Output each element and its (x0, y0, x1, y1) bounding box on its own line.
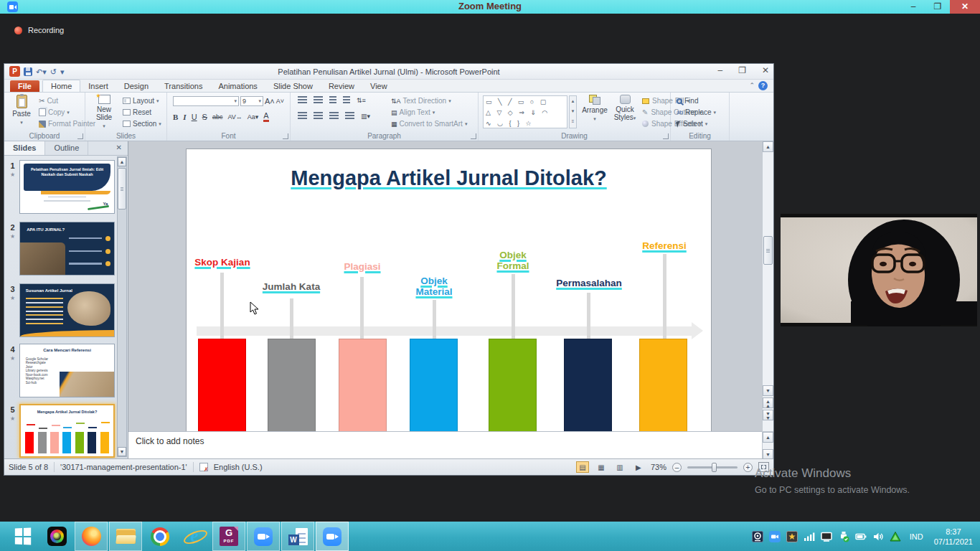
ppt-restore-button[interactable]: ❐ (738, 65, 746, 75)
chart-bar-objek-formal[interactable] (489, 339, 537, 431)
tab-insert[interactable]: Insert (80, 80, 116, 92)
change-case-button[interactable]: Aa▾ (248, 113, 259, 121)
chart-bar-jumlah-kata[interactable] (268, 339, 316, 431)
taskbar-word[interactable]: W (281, 522, 314, 551)
tab-file[interactable]: File (10, 80, 39, 92)
zoom-slider[interactable] (687, 466, 738, 468)
tray-volume-icon[interactable] (872, 530, 885, 542)
tab-slide-show[interactable]: Slide Show (265, 80, 321, 92)
panel-scroll-thumb[interactable] (118, 168, 126, 209)
bullets-icon[interactable] (298, 96, 307, 104)
taskbar-firefox[interactable] (75, 522, 108, 551)
paragraph-dialog-launcher[interactable] (471, 133, 476, 139)
align-right-icon[interactable] (329, 112, 339, 120)
chart-label-permasalahan[interactable]: Permasalahan (553, 278, 625, 288)
copy-button[interactable]: Copy▾ (39, 108, 70, 116)
replace-button[interactable]: abReplace▾ (677, 108, 716, 116)
ppt-minimize-button[interactable]: – (717, 65, 722, 75)
decrease-indent-icon[interactable] (329, 96, 336, 104)
shapes-gallery-scroll[interactable]: ▲▼≡ (569, 95, 577, 128)
align-text-button[interactable]: ▤Align Text▾ (391, 108, 435, 116)
align-left-icon[interactable] (298, 112, 307, 120)
tray-network-signal-icon[interactable] (804, 530, 816, 542)
drawing-dialog-launcher[interactable] (663, 133, 669, 139)
text-shadow-button[interactable]: abc (212, 113, 223, 121)
minimize-ribbon-button[interactable]: ⌃ (749, 82, 755, 89)
italic-button[interactable]: I (183, 113, 186, 121)
shapes-gallery[interactable]: ▭ ╲ ╱ ▭ ○ ▢△ ▽ ◇ ⇒ ⇓ ◠∿ ◡ { } ☆ (483, 95, 567, 128)
slide-sorter-view-button[interactable]: ▦ (595, 461, 608, 473)
panel-tab-slides[interactable]: Slides (4, 141, 45, 155)
zoom-slider-knob[interactable] (712, 463, 717, 472)
convert-smartart-button[interactable]: ▦Convert to SmartArt▾ (391, 120, 467, 128)
quick-styles-button[interactable]: Quick Styles▾ (609, 95, 641, 122)
next-slide-button[interactable]: ▼▼ (763, 410, 773, 420)
increase-indent-icon[interactable] (343, 96, 350, 104)
taskbar-zoom-meeting-active[interactable] (316, 522, 349, 551)
slide-thumbnail-1[interactable]: 1 ★ Pelatihan Penulisan Jurnal Ilmiah: E… (6, 160, 126, 217)
tab-review[interactable]: Review (321, 80, 362, 92)
new-slide-button[interactable]: ★ New Slide▾ (88, 95, 120, 130)
scroll-down-button[interactable]: ▼ (763, 385, 773, 396)
scroll-thumb[interactable] (763, 236, 773, 265)
section-button[interactable]: Section▾ (123, 120, 161, 128)
panel-close-button[interactable]: ✕ (110, 141, 128, 155)
webcam-video-feed[interactable] (781, 214, 977, 326)
arrange-button[interactable]: Arrange▾ (579, 95, 611, 123)
language-indicator[interactable]: IND (910, 532, 923, 541)
chart-bar-objek-material[interactable] (410, 339, 458, 431)
slide-thumbnail-5-selected[interactable]: 5 ★ Mengapa Artikel Jurnal Ditolak? (6, 404, 126, 461)
shrink-font-button[interactable]: A˅ (276, 98, 284, 105)
spell-check-icon[interactable] (199, 463, 208, 471)
font-name-combobox[interactable]: ▾ (173, 96, 239, 106)
tray-battery-icon[interactable] (855, 530, 867, 542)
chart-label-referensi[interactable]: Referensi (628, 240, 700, 251)
strikethrough-button[interactable]: S (202, 113, 207, 121)
slide-title[interactable]: Mengapa Artikel Jurnal Ditolak? (187, 166, 711, 190)
tab-view[interactable]: View (362, 80, 395, 92)
slide-thumbnail-3[interactable]: 3 ★ Susunan Artikel Jurnal (6, 283, 126, 341)
layout-button[interactable]: Layout▾ (123, 97, 159, 105)
chart-bar-referensi[interactable] (639, 339, 687, 431)
tab-animations[interactable]: Animations (210, 80, 265, 92)
notes-pane[interactable]: Click to add notes (128, 431, 762, 460)
chart-label-objek-formal[interactable]: ObjekFormal (477, 250, 549, 271)
zoom-in-button[interactable]: + (743, 463, 753, 472)
justify-icon[interactable] (345, 112, 354, 120)
find-button[interactable]: Find (677, 97, 698, 105)
notes-scroll-up[interactable]: ▲ (763, 432, 773, 443)
ppt-close-button[interactable]: ✕ (762, 65, 769, 75)
font-color-button[interactable]: A (263, 111, 268, 122)
clipboard-dialog-launcher[interactable] (77, 133, 83, 139)
tray-usb-safe-remove-icon[interactable] (838, 530, 850, 542)
chart-bar-plagiasi[interactable] (339, 339, 387, 431)
tray-display-icon[interactable] (821, 530, 833, 542)
panel-scrollbar[interactable]: ▲ ▼ (117, 156, 127, 457)
help-button[interactable]: ? (758, 81, 768, 90)
underline-button[interactable]: U (192, 113, 197, 121)
bold-button[interactable]: B (173, 113, 178, 121)
select-button[interactable]: Select▾ (677, 120, 707, 128)
zoom-minimize-button[interactable]: – (901, 0, 925, 14)
taskbar-file-explorer[interactable] (109, 522, 142, 551)
tray-webcam-icon[interactable] (752, 530, 764, 542)
cut-button[interactable]: ✂Cut (39, 97, 58, 105)
tray-app-star-icon[interactable] (786, 530, 798, 542)
slide-thumbnail-2[interactable]: 2 ★ APA ITU JURNAL? (6, 222, 126, 279)
slide-thumbnail-4[interactable]: 4 ★ Cara Mencari Referensi Google Schola… (6, 344, 126, 401)
language-status[interactable]: English (U.S.) (214, 463, 263, 471)
chart-label-jumlah-kata[interactable]: Jumlah Kata (255, 281, 327, 292)
columns-button[interactable]: ▥▾ (361, 113, 370, 120)
panel-scroll-up[interactable]: ▲ (118, 157, 126, 166)
zoom-out-button[interactable]: – (672, 463, 682, 472)
main-vertical-scrollbar[interactable]: ▲ ▼ ▲▲ ▼▼ (762, 141, 773, 431)
tab-home[interactable]: Home (42, 80, 80, 92)
paste-button[interactable]: Paste▾ (6, 95, 37, 126)
tab-transitions[interactable]: Transitions (156, 80, 210, 92)
chart-label-skop-kajian[interactable]: Skop Kajian (187, 257, 258, 268)
taskbar-internet-explorer[interactable]: e (178, 522, 211, 551)
reading-view-button[interactable]: ▥ (613, 461, 626, 473)
align-center-icon[interactable] (314, 112, 323, 120)
panel-scroll-down[interactable]: ▼ (118, 447, 126, 456)
font-dialog-launcher[interactable] (283, 133, 288, 139)
